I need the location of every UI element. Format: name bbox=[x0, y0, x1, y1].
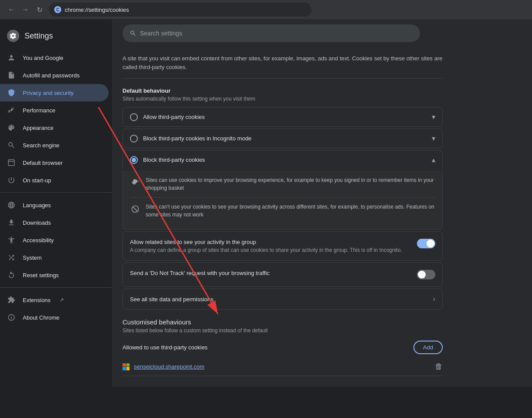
sidebar-divider-1 bbox=[0, 192, 112, 193]
sidebar-item-about[interactable]: About Chrome bbox=[0, 309, 108, 326]
sidebar-label-accessibility: Accessibility bbox=[23, 237, 54, 244]
expanded-item-2: Sites can't use your cookies to see your… bbox=[130, 197, 435, 224]
add-button[interactable]: Add bbox=[413, 341, 443, 354]
languages-icon bbox=[7, 201, 16, 209]
sidebar-item-appearance[interactable]: Appearance bbox=[0, 119, 108, 136]
customised-subtext: Sites listed below follow a custom setti… bbox=[122, 327, 443, 334]
block-all-option[interactable]: Block third-party cookies ▴ bbox=[122, 150, 443, 169]
sidebar-item-privacy[interactable]: Privacy and security bbox=[0, 84, 108, 101]
sidebar-label-appearance: Appearance bbox=[23, 125, 53, 131]
allow-all-chevron: ▾ bbox=[432, 113, 435, 121]
sidebar-item-search[interactable]: Search engine bbox=[0, 136, 108, 154]
sidebar-item-on-startup[interactable]: On start-up bbox=[0, 171, 108, 189]
accessibility-icon bbox=[7, 236, 16, 244]
block-circle-icon bbox=[130, 204, 140, 214]
sidebar-item-accessibility[interactable]: Accessibility bbox=[0, 231, 108, 249]
sidebar-label-you-google: You and Google bbox=[23, 55, 63, 61]
block-incognito-left: Block third-party cookies in Incognito m… bbox=[130, 135, 252, 143]
do-not-track-text: Send a 'Do Not Track' request with your … bbox=[130, 270, 410, 276]
about-chrome-icon bbox=[7, 313, 16, 322]
sidebar-item-autofill[interactable]: Autofill and passwords bbox=[0, 66, 108, 84]
customised-heading: Customised behaviours bbox=[122, 318, 443, 326]
sidebar-header: Settings bbox=[0, 23, 112, 49]
allowed-header: Allowed to use third-party cookies Add bbox=[122, 341, 443, 354]
allow-related-sites-title: Allow related sites to see your activity… bbox=[130, 239, 410, 245]
sidebar-item-you-google[interactable]: You and Google bbox=[0, 49, 108, 66]
expanded-text-2: Sites can't use your cookies to see your… bbox=[146, 203, 435, 219]
block-incognito-chevron: ▾ bbox=[432, 134, 435, 143]
search-input[interactable] bbox=[140, 30, 413, 37]
sidebar-label-downloads: Downloads bbox=[23, 219, 51, 226]
see-all-sites-row[interactable]: See all site data and permissions › bbox=[122, 289, 443, 310]
sidebar-item-extensions[interactable]: Extensions ↗ bbox=[0, 291, 108, 309]
browser-chrome: ← → ↻ C chrome://settings/cookies bbox=[0, 0, 532, 19]
expanded-item-1: Sites can use cookies to improve your br… bbox=[130, 171, 435, 197]
toggle-thumb-related bbox=[427, 240, 434, 247]
default-browser-icon bbox=[7, 158, 16, 167]
customised-section: Customised behaviours Sites listed below… bbox=[122, 318, 443, 376]
shield-icon bbox=[7, 88, 16, 97]
allow-all-label: Allow third-party cookies bbox=[143, 114, 205, 120]
block-all-label: Block third-party cookies bbox=[143, 157, 205, 163]
site-url-text: senseicloud.sharepoint.com bbox=[134, 363, 430, 370]
settings-title: Settings bbox=[24, 31, 53, 41]
block-incognito-option[interactable]: Block third-party cookies in Incognito m… bbox=[122, 129, 443, 148]
block-all-expanded: Sites can use cookies to improve your br… bbox=[122, 171, 443, 230]
sidebar-item-default-browser[interactable]: Default browser bbox=[0, 154, 108, 171]
sidebar-item-reset[interactable]: Reset settings bbox=[0, 266, 108, 284]
person-icon bbox=[7, 53, 16, 62]
on-startup-icon bbox=[7, 176, 16, 185]
do-not-track-row: Send a 'Do Not Track' request with your … bbox=[122, 262, 443, 287]
back-button[interactable]: ← bbox=[5, 3, 18, 16]
see-all-sites-arrow: › bbox=[433, 295, 435, 303]
block-incognito-radio[interactable] bbox=[130, 135, 138, 143]
sidebar-label-privacy: Privacy and security bbox=[23, 90, 74, 96]
allow-all-radio[interactable] bbox=[130, 113, 138, 121]
sidebar-item-performance[interactable]: Performance bbox=[0, 101, 108, 119]
content-area: A site that you visit can embed content … bbox=[112, 19, 532, 387]
sidebar-label-extensions: Extensions bbox=[23, 297, 51, 303]
microsoft-favicon-icon bbox=[122, 363, 130, 370]
sidebar-label-search: Search engine bbox=[23, 142, 60, 149]
allow-related-sites-text: Allow related sites to see your activity… bbox=[130, 239, 410, 253]
sidebar-item-downloads[interactable]: Downloads bbox=[0, 214, 108, 231]
sidebar-label-autofill: Autofill and passwords bbox=[23, 72, 80, 79]
toggle-thumb-dnt bbox=[418, 271, 426, 279]
sidebar-label-languages: Languages bbox=[23, 202, 51, 209]
search-bar[interactable] bbox=[122, 24, 420, 42]
radio-selected-dot bbox=[132, 158, 136, 162]
appearance-icon bbox=[7, 123, 16, 132]
search-icon bbox=[130, 30, 136, 37]
sidebar-item-system[interactable]: System bbox=[0, 249, 108, 266]
see-all-sites-text: See all site data and permissions bbox=[130, 296, 214, 303]
intro-description: A site that you visit can embed content … bbox=[122, 47, 443, 79]
allowed-label: Allowed to use third-party cookies bbox=[122, 344, 207, 351]
extensions-external-icon: ↗ bbox=[60, 297, 64, 303]
extensions-icon bbox=[7, 296, 16, 304]
svg-rect-1 bbox=[8, 160, 14, 166]
site-row-senseicloud: senseicloud.sharepoint.com 🗑 bbox=[122, 358, 443, 376]
sidebar-label-reset: Reset settings bbox=[23, 272, 59, 279]
search-bar-container bbox=[112, 19, 532, 47]
do-not-track-toggle[interactable] bbox=[417, 270, 435, 279]
reset-icon bbox=[7, 271, 16, 279]
sidebar-item-languages[interactable]: Languages bbox=[0, 196, 108, 214]
forward-button[interactable]: → bbox=[19, 3, 32, 16]
block-all-left: Block third-party cookies bbox=[130, 156, 205, 164]
sidebar-label-system: System bbox=[23, 254, 42, 261]
allow-related-sites-toggle[interactable] bbox=[417, 239, 435, 248]
delete-site-icon[interactable]: 🗑 bbox=[435, 362, 443, 371]
nav-buttons: ← → ↻ bbox=[5, 3, 46, 16]
sidebar-label-default-browser: Default browser bbox=[23, 160, 63, 166]
block-all-radio[interactable] bbox=[130, 156, 138, 164]
allow-all-option[interactable]: Allow third-party cookies ▾ bbox=[122, 107, 443, 127]
main-container: Settings You and Google Autofill and pas… bbox=[0, 19, 532, 387]
expanded-text-1: Sites can use cookies to improve your br… bbox=[146, 176, 435, 192]
sidebar-divider-2 bbox=[0, 287, 112, 288]
default-behaviour-subtext: Sites automatically follow this setting … bbox=[122, 96, 443, 102]
allow-related-sites-row: Allow related sites to see your activity… bbox=[122, 231, 443, 261]
address-bar[interactable]: C chrome://settings/cookies bbox=[49, 3, 312, 17]
allow-all-left: Allow third-party cookies bbox=[130, 113, 205, 121]
reload-button[interactable]: ↻ bbox=[33, 3, 46, 16]
settings-content: A site that you visit can embed content … bbox=[112, 47, 453, 387]
